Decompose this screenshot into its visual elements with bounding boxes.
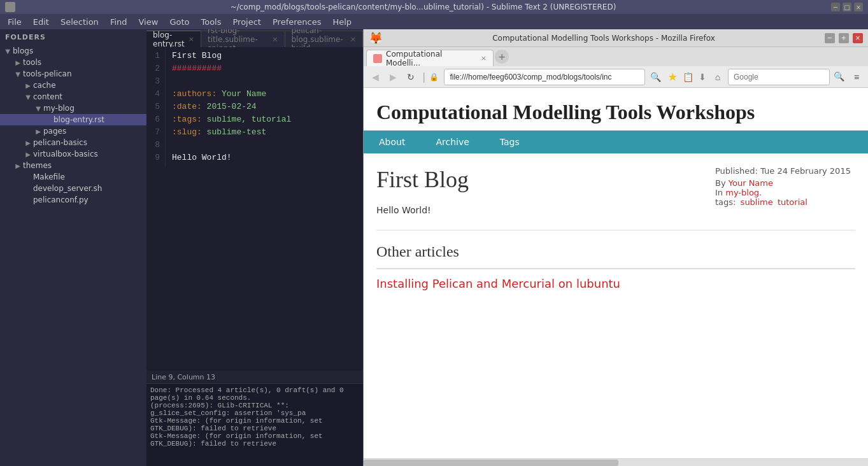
tag-1-link[interactable]: sublime [741,197,773,207]
sidebar-label-blogs: blogs [13,46,33,55]
console-section: Done: Processed 4 article(s), 0 draft(s)… [146,383,363,466]
category-link[interactable]: my-blog [725,188,759,197]
token: Your Name [217,89,266,99]
code-line-2: ########## [172,62,357,75]
code-line-1: First Blog [172,50,357,62]
nav-tags[interactable]: Tags [485,131,535,153]
published-date: Published: Tue 24 February 2015 [715,166,855,176]
code-line-5: :date: 2015-02-24 [172,101,357,113]
nav-about[interactable]: About [364,131,420,153]
menu-preferences[interactable]: Preferences [267,16,326,28]
new-tab-button[interactable]: + [495,50,509,64]
sidebar-item-blogs[interactable]: ▼ blogs [0,45,146,57]
nav-archive[interactable]: Archive [420,131,484,153]
search-bar[interactable] [728,69,830,85]
sidebar-item-blog-entry-rst[interactable]: blog-entry.rst [0,114,146,125]
maximize-button[interactable]: □ [843,3,851,11]
ln-5: 5 [152,101,160,113]
menu-goto[interactable]: Goto [164,16,194,28]
token: sublime-test [202,127,266,137]
code-line-8 [172,139,357,152]
article-area: First Blog Hello World! Published: Tue 2… [364,153,868,230]
code-line-6: :tags: sublime, tutorial [172,113,357,126]
in-label: In [715,188,723,197]
code-line-4: :authors: Your Name [172,88,357,101]
sidebar-label-blog-entry: blog-entry.rst [53,115,104,124]
arrow-themes: ▶ [13,162,23,169]
browser-content[interactable]: Computational Modelling Tools Workshops … [364,88,868,458]
sidebar-item-pelican-basics[interactable]: ▶ pelican-basics [0,137,146,148]
sidebar-item-tools[interactable]: ▶ tools [0,57,146,68]
token: :tags: [172,115,202,124]
console-line-3: (process:2695): GLib-CRITICAL **: g_slic… [150,402,359,417]
author-link[interactable]: Your Name [729,178,773,188]
search-button[interactable]: 🔍 [831,69,846,84]
line-numbers: 1 2 3 4 5 6 7 8 9 [146,47,166,167]
code-content: First Blog ########## :authors: Your Nam… [166,47,363,167]
address-bar[interactable] [444,69,645,85]
code-line-3 [172,75,357,88]
sidebar-item-pelicanconf[interactable]: pelicanconf.py [0,194,146,206]
tags-line: tags: sublime tutorial [715,197,855,207]
menu-find[interactable]: Find [105,16,132,28]
sidebar-label-themes: themes [23,161,52,170]
menu-button[interactable]: ≡ [849,69,864,85]
close-button[interactable]: × [854,3,863,11]
browser-scrollbar[interactable] [364,458,868,466]
sidebar-item-develop-server[interactable]: develop_server.sh [0,183,146,194]
sidebar-label-virtualbox-basics: virtualbox-basics [33,150,98,159]
browser-maximize-button[interactable]: + [839,33,849,43]
forward-button[interactable]: ▶ [385,69,401,85]
home-button[interactable]: ⌂ [710,69,725,85]
token: :date: [172,102,202,111]
sidebar-item-tools-pelican[interactable]: ▼ tools-pelican [0,68,146,80]
tab-close-3[interactable]: × [350,35,356,43]
menu-tools[interactable]: Tools [196,16,226,28]
browser-close-button[interactable]: × [853,33,863,43]
back-button[interactable]: ◀ [367,69,383,85]
sidebar-item-cache[interactable]: ▶ cache [0,80,146,91]
sidebar-item-content[interactable]: ▼ content [0,91,146,102]
sidebar-item-themes[interactable]: ▶ themes [0,160,146,171]
menu-selection[interactable]: Selection [55,16,104,28]
browser-tab-close[interactable]: × [481,54,487,62]
site-nav: About Archive Tags [364,131,868,153]
tab-close-1[interactable]: × [189,35,194,43]
code-editor[interactable]: 1 2 3 4 5 6 7 8 9 First Blog ##### [146,47,363,371]
menu-project[interactable]: Project [227,16,266,28]
arrow-content: ▼ [23,94,33,101]
menu-view[interactable]: View [134,16,164,28]
sidebar-item-pages[interactable]: ▶ pages [0,125,146,137]
browser-minimize-button[interactable]: − [825,33,835,43]
menu-help[interactable]: Help [327,16,357,28]
browser-tab-label: Computational Modelli... [386,50,477,67]
sidebar-label-pages: pages [43,127,66,136]
scrollbar-thumb[interactable] [364,460,618,466]
menu-edit[interactable]: Edit [28,16,54,28]
tab-blog-entry-rst[interactable]: blog-entry.rst × [146,31,201,47]
sidebar-item-virtualbox-basics[interactable]: ▶ virtualbox-basics [0,148,146,160]
reload-button[interactable]: ↻ [403,69,418,85]
main-layout: FOLDERS ▼ blogs ▶ tools ▼ tools-pelican [0,29,868,466]
menu-file[interactable]: File [3,16,27,28]
arrow-tools: ▶ [13,59,23,66]
sidebar-item-makefile[interactable]: Makefile [0,171,146,183]
article-body: Hello World! [376,203,702,217]
browser-tab-main[interactable]: Computational Modelli... × [366,50,494,66]
arrow-pages: ▶ [33,128,43,135]
other-articles: Other articles Installing Pelican and Me… [364,230,868,303]
sublime-icon [5,2,15,12]
editor-tab-bar: blog-entry.rst × rst-blog-title.sublime-… [146,29,363,47]
tag-2-link[interactable]: tutorial [778,197,808,207]
minimize-button[interactable]: − [831,3,840,11]
other-article-link[interactable]: Installing Pelican and Mercurial on lubu… [376,277,620,290]
sidebar-label-tools: tools [23,58,41,67]
article-main: First Blog Hello World! [376,166,702,217]
code-line-9: Hello World! [172,152,357,164]
arrow-cache: ▶ [23,82,33,89]
sidebar-label-develop-server: develop_server.sh [33,184,102,193]
tab-rst-snippet[interactable]: rst-blog-title.sublime-snippet × [201,31,285,47]
tab-pelican-build[interactable]: pelican-blog.sublime-build × [285,31,364,47]
tab-close-2[interactable]: × [272,35,278,43]
sidebar-item-my-blog[interactable]: ▼ my-blog [0,102,146,114]
